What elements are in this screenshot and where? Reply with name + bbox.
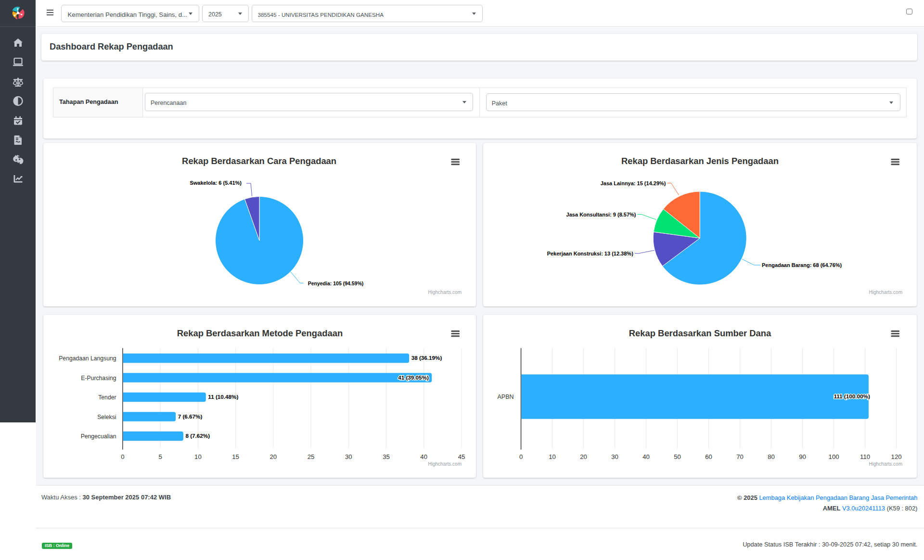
svg-text:70: 70	[736, 453, 744, 460]
svg-text:35: 35	[383, 453, 390, 460]
svg-text:Rekap Berdasarkan Jenis Pengad: Rekap Berdasarkan Jenis Pengadaan	[621, 156, 779, 166]
svg-text:Highcharts.com: Highcharts.com	[428, 290, 462, 295]
svg-text:110: 110	[860, 453, 870, 460]
svg-text:E-Purchasing: E-Purchasing	[81, 374, 116, 381]
svg-text:Rekap Berdasarkan Metode Penga: Rekap Berdasarkan Metode Pengadaan	[177, 328, 343, 338]
svg-text:50: 50	[674, 453, 681, 460]
svg-text:100: 100	[828, 453, 839, 460]
svg-text:30: 30	[345, 453, 352, 460]
svg-text:Tender: Tender	[98, 394, 116, 401]
svg-text:90: 90	[799, 453, 806, 460]
svg-text:Rekap Berdasarkan Sumber Dana: Rekap Berdasarkan Sumber Dana	[629, 328, 771, 338]
svg-text:120: 120	[891, 453, 901, 460]
svg-text:80: 80	[768, 453, 775, 460]
svg-text:111 (100.00%): 111 (100.00%)	[834, 393, 870, 399]
svg-text:Seleksi: Seleksi	[97, 413, 116, 420]
svg-text:0: 0	[121, 453, 124, 460]
svg-text:40: 40	[642, 453, 650, 460]
svg-text:Pengadaan Langsung: Pengadaan Langsung	[59, 355, 116, 362]
svg-text:10: 10	[549, 453, 556, 460]
svg-text:Penyedia: 105 (94.59%): Penyedia: 105 (94.59%)	[308, 280, 364, 286]
svg-text:Rekap Berdasarkan Cara Pengada: Rekap Berdasarkan Cara Pengadaan	[182, 156, 336, 166]
svg-text:11 (10.48%): 11 (10.48%)	[208, 394, 238, 400]
svg-text:10: 10	[194, 453, 202, 460]
svg-text:Highcharts.com: Highcharts.com	[869, 290, 902, 295]
svg-text:5: 5	[158, 453, 162, 460]
svg-text:41 (39.05%): 41 (39.05%)	[398, 374, 429, 380]
svg-text:40: 40	[420, 453, 427, 460]
svg-text:60: 60	[705, 453, 712, 460]
svg-text:Jasa Konsultansi: 9 (8.57%): Jasa Konsultansi: 9 (8.57%)	[566, 212, 636, 217]
svg-text:Highcharts.com: Highcharts.com	[869, 461, 902, 466]
svg-text:0: 0	[519, 453, 523, 460]
svg-text:APBN: APBN	[497, 394, 513, 400]
svg-text:30: 30	[611, 453, 618, 460]
svg-text:7 (6.67%): 7 (6.67%)	[178, 413, 203, 419]
svg-text:Highcharts.com: Highcharts.com	[428, 461, 462, 466]
svg-text:Pengadaan Barang: 68 (64.76%): Pengadaan Barang: 68 (64.76%)	[762, 262, 842, 268]
svg-text:8 (7.62%): 8 (7.62%)	[185, 433, 210, 439]
svg-text:Jasa Lainnya: 15 (14.29%): Jasa Lainnya: 15 (14.29%)	[601, 180, 666, 186]
svg-text:15: 15	[232, 453, 239, 460]
svg-text:45: 45	[458, 453, 465, 460]
svg-text:20: 20	[270, 453, 277, 460]
svg-text:38 (36.19%): 38 (36.19%)	[411, 354, 442, 360]
svg-text:20: 20	[580, 453, 587, 460]
svg-text:Pekerjaan Konstruksi: 13 (12.3: Pekerjaan Konstruksi: 13 (12.38%)	[547, 251, 633, 256]
svg-text:Swakelola: 6 (5.41%): Swakelola: 6 (5.41%)	[190, 180, 242, 186]
svg-text:25: 25	[308, 453, 315, 460]
svg-text:Pengecualian: Pengecualian	[81, 433, 116, 440]
